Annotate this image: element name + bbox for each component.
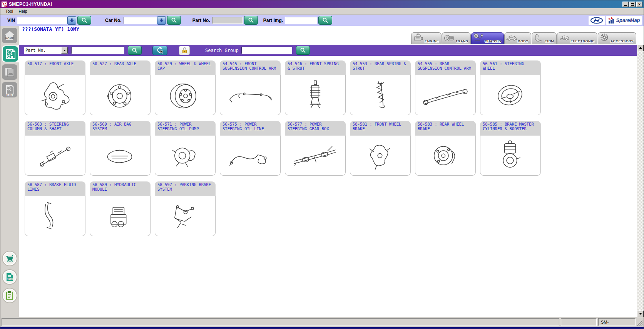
tab-chassis[interactable]: CHASSIS (471, 32, 504, 44)
sidebar-item-part-search-active[interactable] (2, 45, 19, 62)
clipboard-button[interactable] (2, 288, 17, 303)
engine-icon (413, 33, 424, 44)
scroll-up-button[interactable] (637, 45, 644, 51)
part-category-card[interactable]: 56-561 : STEERING WHEEL (480, 60, 541, 115)
part-diagram-thumbnail[interactable] (350, 136, 411, 176)
part-img-input[interactable] (285, 17, 317, 24)
vin-search-button[interactable] (77, 16, 91, 25)
title-bar[interactable]: EPC SMEPC3-HYUNDAI × (0, 0, 644, 8)
close-button[interactable]: × (636, 2, 642, 7)
part-category-card[interactable]: 56-577 : POWER STEERING GEAR BOX (285, 121, 346, 176)
part-category-card[interactable]: 54-553 : REAR SPRING & STRUT (350, 60, 411, 115)
part-diagram-thumbnail[interactable] (90, 75, 151, 115)
part-category-card[interactable]: 50-527 : REAR AXLE (90, 60, 151, 115)
sparemap-logo: SpareMap (606, 16, 642, 25)
part-category-card[interactable]: 50-529 : WHEEL & WHEEL CAP (155, 60, 216, 115)
maximize-button[interactable] (629, 2, 636, 7)
part-category-card[interactable]: 54-546 : FRONT SPRING & STRUT (285, 60, 346, 115)
part-category-title: 54-553 : REAR SPRING & STRUT (350, 60, 411, 75)
scroll-down-button[interactable] (637, 311, 644, 317)
sidebar-item-vehicle-documents[interactable] (2, 64, 17, 80)
part-category-title: 50-527 : REAR AXLE (90, 60, 151, 75)
status-panel-1 (2, 318, 559, 326)
select-dropdown-icon[interactable] (61, 47, 68, 54)
search-group-button[interactable] (296, 46, 310, 55)
part-category-card[interactable]: 56-571 : POWER STEERING OIL PUMP (155, 121, 216, 176)
part-diagram-thumbnail[interactable] (415, 136, 476, 176)
part-category-card[interactable]: 58-589 : HYDRAULIC MODULE (90, 181, 151, 236)
part-search-button[interactable] (128, 46, 142, 55)
part-category-card[interactable]: 58-587 : BRAKE FLUID LINES (25, 181, 85, 236)
part-category-card[interactable]: 58-583 : REAR WHEEL BRAKE (415, 121, 476, 176)
svg-text:EPC: EPC (4, 5, 7, 7)
part-category-card[interactable]: 54-545 : FRONT SUSPENSION CONTROL ARM (220, 60, 281, 115)
car-no-label: Car No. (105, 18, 122, 23)
tab-engine[interactable]: ENGINE (411, 32, 442, 44)
part-diagram-thumbnail[interactable] (155, 196, 216, 236)
search-group-input[interactable] (241, 47, 292, 54)
part-diagram-thumbnail[interactable] (155, 136, 216, 176)
menu-tool[interactable]: Tool (3, 8, 16, 14)
code-button[interactable]: CODE (2, 269, 17, 285)
part-diagram-thumbnail[interactable] (220, 136, 281, 176)
part-icon-label: PART (2, 94, 17, 96)
part-category-title: 58-581 : FRONT WHEEL BRAKE (350, 121, 411, 136)
part-search-input[interactable] (71, 47, 124, 54)
part-diagram-thumbnail[interactable] (220, 75, 281, 115)
electronic-icon (559, 33, 570, 44)
tab-trim[interactable]: TRIM (532, 32, 557, 44)
vertical-scrollbar[interactable] (637, 45, 644, 317)
part-category-card[interactable]: 58-585 : BRAKE MASTER CYLINDER & BOOSTER (480, 121, 541, 176)
part-search-icon[interactable] (3, 46, 18, 62)
part-category-card[interactable]: 56-569 : AIR BAG SYSTEM (90, 121, 151, 176)
part-category-card[interactable]: 58-597 : PARKING BRAKE SYSTEM (155, 181, 216, 236)
part-diagram-thumbnail[interactable] (90, 196, 151, 236)
part-diagram-thumbnail[interactable] (25, 196, 85, 236)
part-category-title: 56-561 : STEERING WHEEL (480, 60, 541, 75)
part-diagram-thumbnail[interactable] (25, 136, 85, 176)
menu-help[interactable]: Help (16, 8, 30, 14)
part-category-card[interactable]: 50-517 : FRONT AXLE (25, 60, 85, 115)
part-diagram-thumbnail[interactable] (350, 75, 411, 115)
resize-grip[interactable] (637, 321, 642, 326)
part-category-title: 54-555 : REAR SUSPENSION CONTROL ARM (415, 60, 476, 75)
minimize-button[interactable] (622, 2, 629, 7)
car-no-dropdown-button[interactable] (157, 16, 166, 25)
part-diagram-thumbnail[interactable] (285, 136, 346, 176)
sidebar-item-part-lookup[interactable]: PART (2, 82, 17, 97)
tab-accessory[interactable]: ACCESSORY (598, 32, 636, 44)
lock-button[interactable] (179, 46, 190, 55)
part-diagram-thumbnail[interactable] (285, 75, 346, 115)
tab-body[interactable]: BODY (504, 32, 531, 44)
car-no-search-button[interactable] (167, 16, 181, 25)
part-category-card[interactable]: 56-563 : STEERING COLUMN & SHAFT (25, 121, 85, 176)
part-category-card[interactable]: 56-575 : POWER STEERING OIL LINE (220, 121, 281, 176)
part-category-card[interactable]: 58-581 : FRONT WHEEL BRAKE (350, 121, 411, 176)
body-icon (506, 33, 517, 44)
part-diagram-thumbnail[interactable] (480, 136, 541, 176)
hyundai-logo (589, 16, 605, 25)
part-category-title: 56-577 : POWER STEERING GEAR BOX (285, 121, 346, 136)
part-category-title: 56-569 : AIR BAG SYSTEM (90, 121, 151, 136)
part-no-search-button[interactable] (244, 16, 258, 25)
cart-button[interactable] (2, 251, 17, 266)
part-diagram-thumbnail[interactable] (480, 75, 541, 115)
part-diagram-thumbnail[interactable] (155, 75, 216, 115)
sparemap-logo-text: SpareMap (616, 17, 640, 23)
part-img-search-button[interactable] (318, 16, 332, 25)
part-diagram-thumbnail[interactable] (25, 75, 85, 115)
sidebar-item-home[interactable]: HOME (2, 28, 17, 43)
quick-pick-button[interactable] (152, 46, 167, 55)
vin-input[interactable] (17, 17, 67, 24)
part-diagram-thumbnail[interactable] (415, 75, 476, 115)
vin-dropdown-button[interactable] (67, 16, 76, 25)
tab-trans[interactable]: TRANS (442, 32, 471, 44)
tab-electronic[interactable]: ELECTRONIC (557, 32, 597, 44)
part-category-card[interactable]: 54-555 : REAR SUSPENSION CONTROL ARM (415, 60, 476, 115)
accessory-icon (599, 33, 610, 44)
app-icon: EPC (2, 2, 7, 7)
car-no-input[interactable] (124, 17, 157, 24)
search-type-select[interactable]: Part No. (24, 47, 68, 54)
part-diagram-thumbnail[interactable] (90, 136, 151, 176)
part-no-label: Part No. (192, 18, 210, 23)
